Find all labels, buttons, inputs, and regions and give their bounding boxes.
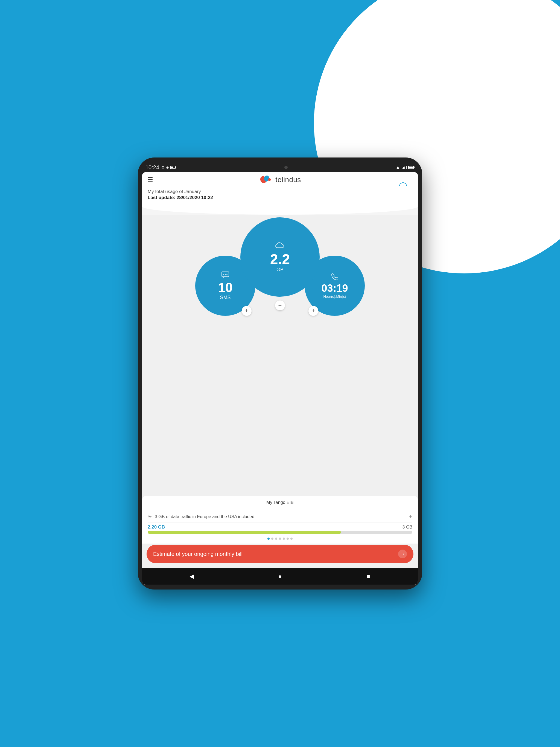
dot-6[interactable] xyxy=(286,538,289,540)
plan-card: My Tango EIB ☀ 3 GB of data traffic in E… xyxy=(142,496,418,544)
usage-current: 2.20 GB xyxy=(148,524,165,530)
data-bubble: 2.2 GB xyxy=(240,217,320,297)
sms-unit: SMS xyxy=(220,295,230,301)
signal-icon xyxy=(402,165,407,169)
settings-icon: ⚙ xyxy=(161,165,165,170)
card-divider xyxy=(275,508,285,508)
back-button[interactable]: ◀ xyxy=(186,571,197,582)
plan-title: My Tango EIB xyxy=(148,500,412,505)
battery-icon xyxy=(170,166,176,169)
notification-icon: ⊕ xyxy=(166,165,169,170)
svg-point-2 xyxy=(268,178,271,181)
recents-button[interactable]: ■ xyxy=(363,571,374,582)
sms-icon xyxy=(221,271,229,280)
sms-value: 10 xyxy=(218,281,232,294)
data-value: 2.2 xyxy=(270,252,290,266)
dot-7[interactable] xyxy=(290,538,292,540)
camera xyxy=(284,166,288,169)
carousel-dots xyxy=(148,536,412,541)
cta-label: Estimate of your ongoing monthly bill xyxy=(153,551,243,557)
battery-full-icon xyxy=(408,166,414,169)
plan-description: 3 GB of data traffic in Europe and the U… xyxy=(155,514,254,519)
tablet-device: 10:24 ⚙ ⊕ ▲ xyxy=(138,157,422,590)
navigation-bar: ◀ ● ■ xyxy=(142,568,418,585)
dot-4[interactable] xyxy=(279,538,281,540)
usage-title: My total usage of January xyxy=(148,189,412,195)
usage-row: 2.20 GB 3 GB xyxy=(148,523,412,531)
svg-point-4 xyxy=(223,274,224,275)
data-expand-button[interactable]: + xyxy=(275,301,285,310)
status-right: ▲ xyxy=(396,165,414,170)
estimate-bill-button[interactable]: Estimate of your ongoing monthly bill → xyxy=(147,545,413,563)
dot-5[interactable] xyxy=(283,538,285,540)
status-bar: 10:24 ⚙ ⊕ ▲ xyxy=(142,162,418,172)
plan-info: ☀ 3 GB of data traffic in Europe and the… xyxy=(148,514,409,520)
status-time: 10:24 xyxy=(146,164,159,171)
dot-1[interactable] xyxy=(268,538,270,540)
hamburger-menu[interactable]: ☰ xyxy=(148,176,153,183)
info-bar: My total usage of January Last update: 2… xyxy=(142,186,418,204)
data-unit: GB xyxy=(276,267,284,273)
app-header: ☰ telindus i xyxy=(142,172,418,186)
status-icons: ⚙ ⊕ xyxy=(161,165,176,170)
status-left: 10:24 ⚙ ⊕ xyxy=(146,164,176,171)
cloud-svg xyxy=(275,242,285,249)
plan-row: ☀ 3 GB of data traffic in Europe and the… xyxy=(148,511,412,523)
cta-arrow-icon: → xyxy=(398,549,407,558)
home-button[interactable]: ● xyxy=(275,571,285,582)
svg-point-5 xyxy=(225,274,226,275)
app-screen: ☰ telindus i xyxy=(142,172,418,585)
wifi-icon: ▲ xyxy=(396,165,400,170)
svg-point-6 xyxy=(226,274,228,275)
app-title: telindus xyxy=(275,176,301,184)
phone-icon xyxy=(331,273,338,282)
usage-progress-bar xyxy=(148,531,412,534)
main-content: 2.2 GB xyxy=(142,215,418,568)
telindus-logo-icon xyxy=(259,174,273,185)
plan-icon: ☀ xyxy=(148,514,152,520)
dot-2[interactable] xyxy=(271,538,274,540)
voice-expand-button[interactable]: + xyxy=(308,306,318,316)
plan-add-button[interactable]: + xyxy=(409,513,412,520)
sms-svg xyxy=(221,271,229,278)
logo-area: telindus xyxy=(259,174,301,185)
dot-3[interactable] xyxy=(275,538,277,540)
usage-total: 3 GB xyxy=(403,525,412,530)
cloud-bubbles: 2.2 GB xyxy=(187,215,373,332)
cloud-icon xyxy=(275,242,285,251)
phone-svg xyxy=(331,273,338,280)
voice-value: 03:19 xyxy=(321,283,348,293)
last-update: Last update: 28/01/2020 10:22 xyxy=(148,195,412,200)
wave-separator xyxy=(142,204,418,215)
sms-expand-button[interactable]: + xyxy=(242,306,252,316)
voice-unit: Hour(s):Min(s) xyxy=(323,294,346,299)
progress-fill xyxy=(148,531,341,534)
